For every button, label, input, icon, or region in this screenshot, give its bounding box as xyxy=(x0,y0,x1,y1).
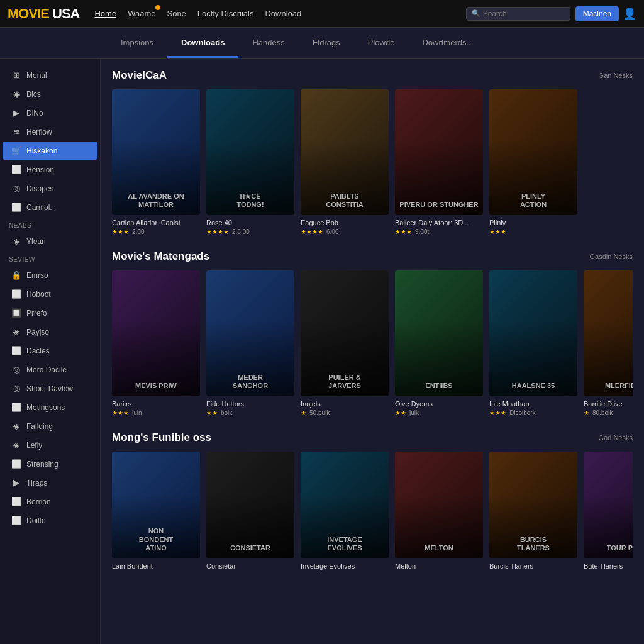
movie-card[interactable]: NONBONDENTATINO Lain Bondent xyxy=(112,452,200,572)
movie-title: Fide Hettors xyxy=(206,400,294,408)
sidebar-item-fallding[interactable]: ◈ Fallding xyxy=(3,417,97,435)
movie-card[interactable]: MEVIS PRIW Bariirs ★★★ juin xyxy=(112,270,200,416)
rating-count: julk xyxy=(409,409,419,416)
nav-loctly[interactable]: Loctly Discriials xyxy=(197,9,254,18)
sidebar-item-berrion[interactable]: ⬜ Berrion xyxy=(3,492,97,511)
sidebar-label-bics: Bics xyxy=(26,90,41,99)
movie-card[interactable]: BURCISTLANERS Burcis Tlaners xyxy=(489,452,577,572)
top-navigation: MOVIE USA Home Waame Sone Loctly Discrii… xyxy=(0,0,644,28)
section-moviecaa: MovielCaA Gan Nesks AL AVANDRE ONMATTILO… xyxy=(112,69,633,235)
sidebar-label-doilto: Doilto xyxy=(26,516,46,525)
poster-img: MEDERSANGHOR xyxy=(206,270,294,396)
movie-card[interactable]: PAIBLTSCONSTITIA Eaguce Bob ★★★★ 6.00 xyxy=(301,89,389,235)
movie-card[interactable]: TOUR PRIAY Bute Tlaners xyxy=(584,452,633,572)
sidebar-item-shout[interactable]: ◎ Shout Davlow xyxy=(3,379,97,397)
sub-navigation: Impsions Downloads Handess Eldrags Plowd… xyxy=(0,28,644,59)
sidebar-item-strensing[interactable]: ⬜ Strensing xyxy=(3,455,97,473)
movie-card[interactable]: MLERFIDABS Barrilie Diive ★ 80.bolk xyxy=(584,270,633,416)
tab-eldrags[interactable]: Eldrags xyxy=(299,29,354,58)
tab-impsions[interactable]: Impsions xyxy=(107,29,167,58)
poster-overlay xyxy=(395,89,483,215)
movie-card[interactable]: ENTIIBS Oive Dyems ★★ julk xyxy=(395,270,483,416)
nav-home[interactable]: Home xyxy=(94,9,116,18)
nav-waame[interactable]: Waame xyxy=(128,9,155,18)
movie-card[interactable]: PUILER &JARVERS Inojels ★ 50.pulk xyxy=(301,270,389,416)
movie-card[interactable]: PLINLYACTION Plinly ★★★ xyxy=(489,89,577,235)
movie-card[interactable]: INVETAGEEVOLIVES Invetage Evolives xyxy=(301,452,389,572)
movie-rating: ★★★ juin xyxy=(112,409,200,416)
sidebar-item-mero[interactable]: ◎ Mero Dacile xyxy=(3,360,97,379)
sq3-icon: ⬜ xyxy=(11,346,21,355)
poster-text: AL AVANDRE ONMATTILOR xyxy=(116,192,196,209)
member-icon[interactable]: 👤 xyxy=(623,7,636,21)
sidebar-item-lefly[interactable]: ◈ Lefly xyxy=(3,436,97,454)
section-matengads: Movie's Matengads Gasdin Nesks MEVIS PRI… xyxy=(112,250,633,416)
poster-text: HAALSNE 35 xyxy=(493,382,574,390)
sidebar-item-hiskakon[interactable]: 🛒 Hiskakon xyxy=(3,142,97,160)
section1-link[interactable]: Gan Nesks xyxy=(599,72,633,79)
tab-handess[interactable]: Handess xyxy=(238,29,298,58)
nav-sone[interactable]: Sone xyxy=(167,9,186,18)
search-input[interactable] xyxy=(483,9,565,18)
sidebar-label-metingsons: Metingsons xyxy=(26,403,65,412)
poster-overlay xyxy=(489,270,577,396)
sidebar-item-monul[interactable]: ⊞ Monul xyxy=(3,66,97,84)
section3-movies-row: NONBONDENTATINO Lain Bondent CONSIETAR C… xyxy=(112,452,633,572)
stars-icon: ★★★ xyxy=(489,409,506,416)
sidebar-label-berrion: Berrion xyxy=(26,497,51,506)
sidebar-item-ylean[interactable]: ◈ Ylean xyxy=(3,232,97,250)
sidebar-item-herflow[interactable]: ≋ Herflow xyxy=(3,123,97,141)
sidebar-label-strensing: Strensing xyxy=(26,460,58,469)
movie-card[interactable]: MELTON Melton xyxy=(395,452,483,572)
section3-link[interactable]: Gad Nesks xyxy=(599,434,633,441)
sq4-icon: ⬜ xyxy=(11,402,21,412)
sidebar-label-dacles: Dacles xyxy=(26,347,50,355)
movie-rating: ★★★ 2.00 xyxy=(112,228,200,235)
sidebar-item-metingsons[interactable]: ⬜ Metingsons xyxy=(3,398,97,416)
member-button[interactable]: Maclnen xyxy=(575,6,619,21)
movie-card[interactable]: MEDERSANGHOR Fide Hettors ★★ bolk xyxy=(206,270,294,416)
sidebar-item-camiol[interactable]: ⬜ Camiol... xyxy=(3,198,97,216)
sidebar-item-bics[interactable]: ◉ Bics xyxy=(3,85,97,103)
rating-count: 2.8.00 xyxy=(232,228,250,235)
tab-downloads[interactable]: Downloads xyxy=(167,29,238,58)
sidebar-item-dacles[interactable]: ⬜ Dacles xyxy=(3,341,97,360)
movie-title: Bariirs xyxy=(112,400,200,408)
movie-card[interactable]: AL AVANDRE ONMATTILOR Cartion Allador, C… xyxy=(112,89,200,235)
sidebar-label-monul: Monul xyxy=(26,71,47,80)
rin2-icon: ◎ xyxy=(11,365,21,374)
sidebar-item-dino[interactable]: ▶ DiNo xyxy=(3,104,97,122)
poster-overlay xyxy=(584,270,633,396)
movie-rating: ★★★ xyxy=(489,228,577,235)
poster-img: MELTON xyxy=(395,452,483,558)
sidebar-item-doilto[interactable]: ⬜ Doilto xyxy=(3,511,97,530)
sidebar-item-disopes[interactable]: ◎ Disopes xyxy=(3,179,97,197)
poster-overlay xyxy=(395,452,483,558)
poster-text: MELTON xyxy=(399,544,479,552)
movie-card[interactable]: H★CETODNG! Rose 40 ★★★★ 2.8.00 xyxy=(206,89,294,235)
nav-download[interactable]: Download xyxy=(265,9,301,18)
sidebar-item-hoboot[interactable]: ⬜ Hoboot xyxy=(3,285,97,303)
tab-dowrtmerds[interactable]: Dowrtmerds... xyxy=(408,29,487,58)
sidebar-label-hiskakon: Hiskakon xyxy=(26,147,57,155)
poster-img: CONSIETAR xyxy=(206,452,294,558)
movie-card[interactable]: CONSIETAR Consietar xyxy=(206,452,294,572)
sidebar-item-hension[interactable]: ⬜ Hension xyxy=(3,160,97,179)
section2-link[interactable]: Gasdin Nesks xyxy=(590,253,633,260)
sidebar-item-emrso[interactable]: 🔒 Emrso xyxy=(3,266,97,284)
sidebar-label-disopes: Disopes xyxy=(26,184,53,193)
tab-plowde[interactable]: Plowde xyxy=(354,29,409,58)
movie-card[interactable]: PIVERU OR STUNGHER Balieer Daly Atoor: 3… xyxy=(395,89,483,235)
sidebar-item-payjso[interactable]: ◈ Payjso xyxy=(3,323,97,341)
movie-title: Melton xyxy=(395,562,483,570)
movie-title: Plinly xyxy=(489,219,577,226)
section3-header: Mong's Funible oss Gad Nesks xyxy=(112,431,633,444)
poster-text: NONBONDENTATINO xyxy=(116,527,196,552)
movie-rating: ★★★ Dicolbork xyxy=(489,409,577,416)
poster-text: PLINLYACTION xyxy=(493,192,574,209)
sidebar-item-tlraps[interactable]: ▶ Tlraps xyxy=(3,474,97,492)
sidebar-section-seview: Seview xyxy=(0,251,100,265)
movie-card[interactable]: HAALSNE 35 Inle Moathan ★★★ Dicolbork xyxy=(489,270,577,416)
poster-text: MLERFIDABS xyxy=(587,382,633,390)
sidebar-item-prrefo[interactable]: 🔲 Prrefo xyxy=(3,304,97,322)
